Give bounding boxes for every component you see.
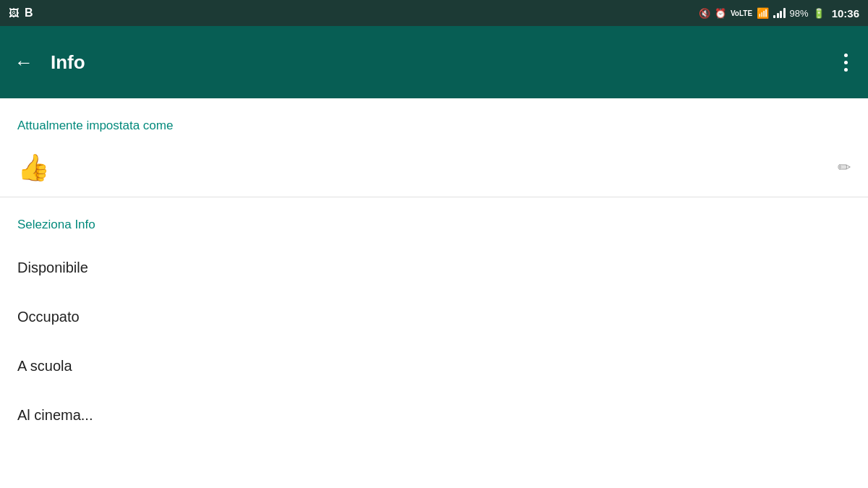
list-item-occupato[interactable]: Occupato bbox=[0, 293, 868, 342]
battery-icon: 🔋 bbox=[813, 8, 825, 19]
page-title: Info bbox=[51, 51, 838, 74]
current-status-emoji: 👍 bbox=[17, 155, 50, 181]
lte-icon: VoLTE bbox=[731, 9, 752, 17]
status-bar: 🖼 B 🔇 ⏰ VoLTE 📶 98% 🔋 10:36 bbox=[0, 0, 868, 26]
b-label: B bbox=[25, 7, 33, 20]
app-bar: ← Info bbox=[0, 26, 868, 98]
image-icon: 🖼 bbox=[9, 7, 19, 19]
status-right-icons: 🔇 ⏰ VoLTE 📶 98% 🔋 10:36 bbox=[699, 7, 859, 20]
battery-percentage: 98% bbox=[790, 8, 809, 19]
menu-dot-1 bbox=[844, 53, 848, 57]
overflow-menu-button[interactable] bbox=[838, 48, 854, 77]
back-button[interactable]: ← bbox=[14, 53, 33, 72]
status-left-icons: 🖼 B bbox=[9, 7, 33, 20]
list-item-disponibile[interactable]: Disponibile bbox=[0, 244, 868, 293]
edit-button[interactable]: ✏ bbox=[838, 158, 851, 177]
mute-icon: 🔇 bbox=[699, 8, 710, 19]
wifi-icon: 📶 bbox=[757, 7, 769, 19]
current-status-label: Attualmente impostata come bbox=[0, 98, 868, 142]
select-info-label: Seleziona Info bbox=[0, 197, 868, 244]
status-time: 10:36 bbox=[832, 7, 859, 20]
signal-icon bbox=[773, 8, 786, 18]
menu-dot-3 bbox=[844, 68, 848, 72]
list-item-al-cinema[interactable]: Al cinema... bbox=[0, 391, 868, 420]
current-status-row: 👍 ✏ bbox=[0, 142, 868, 197]
list-item-a-scuola[interactable]: A scuola bbox=[0, 342, 868, 391]
alarm-icon: ⏰ bbox=[715, 8, 726, 19]
menu-dot-2 bbox=[844, 61, 848, 64]
content-area: Attualmente impostata come 👍 ✏ Seleziona… bbox=[0, 98, 868, 420]
